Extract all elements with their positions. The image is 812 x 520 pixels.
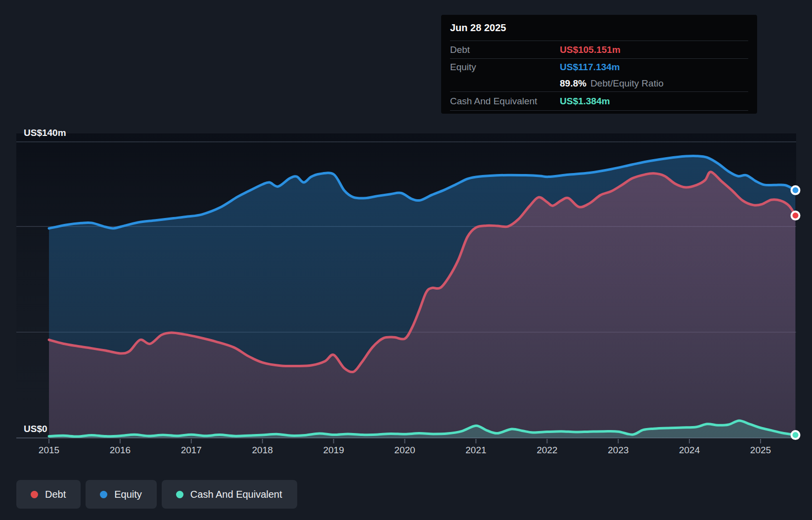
equity-dot-icon [100,491,107,498]
cash-and-equivalent-endpoint-marker[interactable] [792,431,800,439]
y-axis-label-0m: US$0 [24,424,47,434]
tooltip-row-equity: Equity US$117.134m [450,59,748,75]
tooltip-ratio-value: 89.8% [560,78,586,89]
x-label-2019: 2019 [323,445,344,455]
tooltip-equity-value: US$117.134m [560,62,620,73]
x-label-2022: 2022 [537,445,557,455]
legend-item-debt[interactable]: Debt [16,480,81,509]
debt-equity-history-chart: 2015201620172018201920202021202220232024… [0,0,812,520]
legend-item-equity[interactable]: Equity [86,480,157,509]
tooltip-row-ratio: 89.8% Debt/Equity Ratio [450,75,748,92]
debt-endpoint-marker[interactable] [792,212,800,219]
x-label-2016: 2016 [110,445,131,455]
cash-dot-icon [176,491,183,498]
x-label-2021: 2021 [465,445,486,455]
x-label-2024: 2024 [679,445,700,455]
legend-cash-label: Cash And Equivalent [190,489,282,500]
tooltip-row-cash: Cash And Equivalent US$1.384m [450,92,748,111]
tooltip-cash-value: US$1.384m [560,96,610,107]
equity-endpoint-marker[interactable] [792,186,800,194]
x-label-2018: 2018 [252,445,273,455]
legend-equity-label: Equity [114,489,142,500]
chart-legend: Debt Equity Cash And Equivalent [16,480,297,509]
tooltip-debt-value: US$105.151m [560,44,621,55]
x-label-2023: 2023 [608,445,629,455]
y-axis-label-140m: US$140m [24,128,66,138]
debt-dot-icon [31,491,38,498]
legend-debt-label: Debt [45,489,66,500]
x-label-2017: 2017 [181,445,202,455]
tooltip-row-debt: Debt US$105.151m [450,41,748,59]
x-label-2020: 2020 [394,445,415,455]
chart-tooltip: Jun 28 2025 Debt US$105.151m Equity US$1… [441,15,757,114]
tooltip-date: Jun 28 2025 [450,15,748,41]
tooltip-debt-label: Debt [450,44,560,55]
x-label-2015: 2015 [39,445,59,455]
x-label-2025: 2025 [750,445,771,455]
tooltip-equity-label: Equity [450,62,560,73]
legend-item-cash[interactable]: Cash And Equivalent [162,480,297,509]
tooltip-ratio-label: Debt/Equity Ratio [590,78,664,89]
tooltip-cash-label: Cash And Equivalent [450,96,560,107]
